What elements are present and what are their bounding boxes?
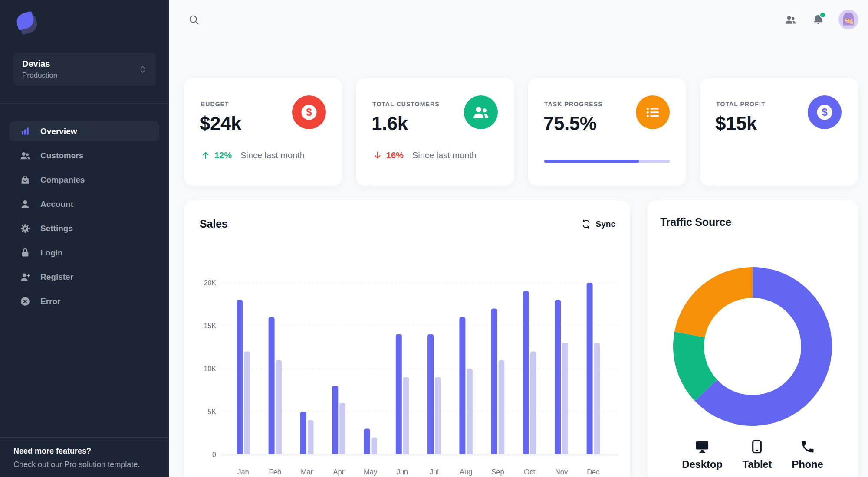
sidebar-item-label: Account <box>40 199 73 209</box>
legend-item-tablet: Tablet <box>743 439 772 470</box>
footer-subtitle: Check out our Pro solution template. <box>13 460 159 469</box>
gear-icon <box>20 223 31 234</box>
sidebar-footer: Need more features? Check out our Pro so… <box>13 447 159 469</box>
users-circle-icon <box>464 95 498 129</box>
workspace-selector[interactable]: Devias Production <box>13 53 156 86</box>
bar-previous-oct <box>530 351 536 454</box>
stat-card-task-progress: TASK PROGRESS75.5% <box>528 78 686 186</box>
x-tick-label: May <box>364 468 378 476</box>
dollar-circle-icon: $ <box>808 95 842 129</box>
stat-label: TOTAL PROFIT <box>716 101 766 108</box>
stat-value: 75.5% <box>543 113 596 134</box>
notifications-button[interactable] <box>811 12 825 27</box>
y-tick-label: 10K <box>204 365 217 372</box>
traffic-source-title: Traffic Source <box>660 216 731 229</box>
x-tick-label: Aug <box>460 468 472 476</box>
sidebar-item-register[interactable]: Register <box>9 267 159 287</box>
bar-previous-jun <box>403 377 409 454</box>
sidebar-item-error[interactable]: Error <box>9 291 159 311</box>
dollar-circle-icon: $ <box>292 95 326 129</box>
sidebar-item-customers[interactable]: Customers <box>9 146 159 166</box>
y-tick-label: 15K <box>204 322 217 330</box>
stat-label: TASK PROGRESS <box>544 101 603 108</box>
sidebar-item-overview[interactable]: Overview <box>9 121 159 141</box>
stat-value: 1.6k <box>372 113 408 134</box>
contacts-button[interactable] <box>783 12 798 27</box>
sidebar-item-settings[interactable]: Settings <box>9 219 159 238</box>
sidebar-divider <box>0 103 169 104</box>
tablet-icon <box>749 439 765 454</box>
sync-label: Sync <box>596 219 615 229</box>
bar-previous-feb <box>276 360 282 454</box>
x-tick-label: Apr <box>333 468 345 476</box>
unfold-more-icon <box>138 64 148 75</box>
sidebar-item-companies[interactable]: Companies <box>9 170 159 190</box>
y-tick-label: 5K <box>207 408 216 415</box>
bar-current-dec <box>587 283 593 454</box>
trend-percentage: 12% <box>214 150 232 160</box>
legend-label: Phone <box>792 458 823 470</box>
x-tick-label: Mar <box>301 468 313 476</box>
user-avatar[interactable] <box>838 10 858 29</box>
sidebar-item-account[interactable]: Account <box>9 194 159 214</box>
users-icon <box>20 150 31 161</box>
search-icon <box>188 14 200 26</box>
bar-current-mar <box>300 412 306 454</box>
sales-card: Sales Sync 05K10K15K20KJanFebMarAprMayJu… <box>184 200 630 477</box>
legend-item-desktop: Desktop <box>682 439 722 470</box>
x-tick-label: Sep <box>491 468 504 476</box>
x-tick-label: Feb <box>269 468 281 476</box>
bar-current-apr <box>332 386 338 454</box>
bar-previous-may <box>372 437 378 454</box>
trend-up-arrow-icon <box>201 150 211 160</box>
traffic-source-card: Traffic Source DesktopTabletPhone <box>647 200 858 477</box>
stat-label: TOTAL CUSTOMERS <box>372 101 440 108</box>
bar-current-jul <box>427 334 434 454</box>
legend-item-phone: Phone <box>792 439 823 470</box>
bar-previous-mar <box>308 420 314 454</box>
sales-title: Sales <box>200 218 227 230</box>
stat-label: BUDGET <box>201 101 229 108</box>
avatar-image <box>838 10 858 29</box>
stat-trend: 16%Since last month <box>372 150 477 160</box>
y-tick-label: 0 <box>212 451 216 458</box>
topbar <box>169 0 868 39</box>
sync-button[interactable]: Sync <box>581 219 615 229</box>
workspace-environment: Production <box>22 71 138 80</box>
x-tick-label: Nov <box>555 468 568 476</box>
bar-current-oct <box>523 291 529 454</box>
sidebar-item-label: Settings <box>40 224 73 233</box>
task-progress-bar <box>544 160 670 163</box>
sidebar-footer-divider <box>0 437 169 438</box>
trend-down-arrow-icon <box>372 150 383 160</box>
bar-previous-apr <box>339 403 345 454</box>
bar-current-sep <box>491 308 497 454</box>
traffic-legend: DesktopTabletPhone <box>647 439 858 470</box>
devias-logo-icon <box>16 12 40 36</box>
sidebar-item-label: Login <box>40 248 63 258</box>
sidebar: Devias Production OverviewCustomersCompa… <box>0 0 169 477</box>
chart-bar-icon <box>20 126 31 137</box>
donut-slice-phone <box>674 267 753 337</box>
sync-icon <box>581 219 591 229</box>
monitor-icon <box>694 439 710 454</box>
sidebar-item-login[interactable]: Login <box>9 243 159 263</box>
user-plus-icon <box>20 271 31 283</box>
stat-trend: 12%Since last month <box>201 150 305 160</box>
sidebar-item-label: Error <box>40 297 60 306</box>
bar-current-aug <box>459 317 465 454</box>
bar-previous-dec <box>594 343 600 454</box>
stats-row: BUDGET$24k$12%Since last monthTOTAL CUST… <box>184 78 858 186</box>
list-circle-icon <box>636 95 670 129</box>
user-icon <box>20 199 31 210</box>
stat-value: $15k <box>715 113 757 134</box>
sidebar-item-label: Overview <box>40 127 77 136</box>
sales-bar-chart: 05K10K15K20KJanFebMarAprMayJunJulAugSepO… <box>184 200 630 477</box>
notification-dot <box>820 13 825 17</box>
search-button[interactable] <box>185 11 202 28</box>
traffic-donut-chart <box>647 200 858 477</box>
bar-current-feb <box>269 317 275 454</box>
svg-text:$: $ <box>306 107 312 118</box>
y-tick-label: 20K <box>204 279 217 287</box>
trend-percentage: 16% <box>386 150 404 160</box>
